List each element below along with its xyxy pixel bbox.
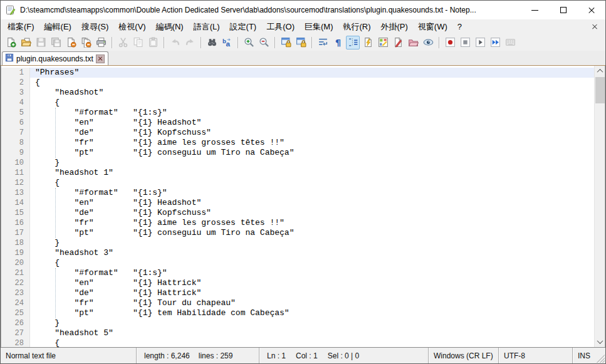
menu-item-search[interactable]: 搜尋(S) xyxy=(76,20,113,34)
toolbar-separator xyxy=(439,37,439,48)
code-text[interactable]: "Phrases" xyxy=(30,68,594,78)
folder-as-workspace-icon[interactable] xyxy=(406,36,420,49)
show-indent-guide-icon[interactable] xyxy=(346,36,360,49)
text-editor[interactable]: 1"Phrases"2{3 "headshot"4 {5 "#format" "… xyxy=(1,66,594,347)
code-text[interactable]: "pt" "{1} tem Habilidade com Cabeças" xyxy=(30,308,594,318)
code-text[interactable]: } xyxy=(30,158,594,168)
line-number: 10 xyxy=(1,158,30,168)
macro-record-icon[interactable] xyxy=(443,36,457,49)
line-number: 3 xyxy=(1,88,30,98)
tab-close-button[interactable] xyxy=(96,55,105,63)
toolbar-separator xyxy=(164,37,164,48)
menu-item-language[interactable]: 語言(L) xyxy=(189,20,225,34)
line-number: 18 xyxy=(1,238,30,248)
code-text[interactable]: "fr" "{1} Tour du chapeau" xyxy=(30,298,594,308)
document-map-icon[interactable] xyxy=(376,36,390,49)
code-text[interactable]: "headshot 3" xyxy=(30,248,594,258)
word-wrap-icon[interactable] xyxy=(316,36,330,49)
resize-grip-icon[interactable] xyxy=(595,353,605,363)
new-file-icon[interactable] xyxy=(4,36,18,49)
monitoring-icon[interactable] xyxy=(421,36,435,49)
code-line: 13 "#format" "{1:s}" xyxy=(1,188,594,198)
code-text[interactable]: "headshot 5" xyxy=(30,328,594,338)
code-text[interactable]: "#format" "{1:s}" xyxy=(30,268,594,278)
code-text[interactable]: { xyxy=(30,98,594,108)
menu-item-window[interactable]: 視窗(W) xyxy=(413,20,452,34)
code-text[interactable]: "headshot 1" xyxy=(30,168,594,178)
print-icon[interactable] xyxy=(94,36,108,49)
scrollbar-thumb[interactable] xyxy=(595,77,605,103)
scroll-up-button[interactable] xyxy=(595,66,605,76)
macro-stop-icon[interactable] xyxy=(458,36,472,49)
zoom-in-icon[interactable] xyxy=(242,36,256,49)
notepadpp-app-icon xyxy=(6,5,16,15)
code-text[interactable]: "pt" "{1} conseguiu um Tiro na Cabeça" xyxy=(30,148,594,158)
indent-guide xyxy=(55,108,56,158)
line-number: 11 xyxy=(1,168,30,178)
code-text[interactable]: { xyxy=(30,178,594,188)
show-all-characters-icon[interactable]: ¶ xyxy=(331,36,345,49)
menu-item-plugins[interactable]: 外掛(P) xyxy=(376,20,413,34)
status-encoding[interactable]: UTF-8 xyxy=(498,348,572,363)
minimize-button[interactable] xyxy=(521,1,549,19)
maximize-button[interactable] xyxy=(549,1,577,19)
zoom-out-icon[interactable] xyxy=(257,36,271,49)
tab-plugin-quakesounds[interactable]: plugin.quakesounds.txt xyxy=(2,51,108,65)
code-text[interactable]: { xyxy=(30,338,594,347)
menu-item-macro[interactable]: 巨集(M) xyxy=(300,20,338,34)
code-text[interactable]: "en" "{1} Headshot" xyxy=(30,118,594,128)
code-text[interactable]: { xyxy=(30,78,594,88)
code-text[interactable]: "de" "{1} Kopfschuss" xyxy=(30,208,594,218)
code-text[interactable]: "en" "{1} Headshot" xyxy=(30,198,594,208)
code-text[interactable]: "pt" "{1} conseguiu um Tiro na Cabeça" xyxy=(30,228,594,238)
code-line: 26 } xyxy=(1,318,594,328)
code-text[interactable]: "en" "{1} Hattrick" xyxy=(30,278,594,288)
document-close-button[interactable] xyxy=(590,23,599,31)
saved-file-icon xyxy=(5,53,14,65)
code-text[interactable]: "de" "{1} Hattrick" xyxy=(30,288,594,298)
code-text[interactable]: "#format" "{1:s}" xyxy=(30,108,594,118)
status-insert-mode[interactable]: INS xyxy=(572,348,595,363)
menu-item-encoding[interactable]: 編碼(N) xyxy=(151,20,189,34)
menu-item-view[interactable]: 檢視(V) xyxy=(113,20,150,34)
code-text[interactable]: "fr" "{1} aime les grosses têtes !!" xyxy=(30,138,594,148)
function-list-icon[interactable] xyxy=(361,36,375,49)
title-bar: D:\steamcmd\steamapps\common\Double Acti… xyxy=(1,1,605,19)
toolbar-separator xyxy=(201,37,201,48)
code-text[interactable]: "fr" "{1} aime les grosses têtes !!" xyxy=(30,218,594,228)
menu-item-run[interactable]: 執行(R) xyxy=(338,20,375,34)
menu-item-settings[interactable]: 設定(T) xyxy=(225,20,262,34)
code-text[interactable]: } xyxy=(30,318,594,328)
macro-play-icon[interactable] xyxy=(473,36,487,49)
line-number: 25 xyxy=(1,308,30,318)
code-line: 11 "headshot 1" xyxy=(1,168,594,178)
scroll-down-button[interactable] xyxy=(595,336,605,347)
close-button[interactable] xyxy=(577,1,605,19)
macro-run-multiple-icon[interactable] xyxy=(488,36,502,49)
code-line: 7 "de" "{1} Kopfschuss" xyxy=(1,128,594,138)
menu-item-tools[interactable]: 工具(O) xyxy=(261,20,300,34)
replace-icon[interactable]: ba xyxy=(220,36,234,49)
menu-item-file[interactable]: 檔案(F) xyxy=(3,20,39,34)
sync-horizontal-scroll-icon[interactable] xyxy=(294,36,308,49)
document-switcher-icon[interactable] xyxy=(391,36,405,49)
code-line: 6 "en" "{1} Headshot" xyxy=(1,118,594,128)
vertical-scrollbar[interactable] xyxy=(594,66,605,347)
find-icon[interactable] xyxy=(205,36,219,49)
code-text[interactable]: "de" "{1} Kopfschuss" xyxy=(30,128,594,138)
sync-vertical-scroll-icon[interactable] xyxy=(279,36,293,49)
menu-item-edit[interactable]: 編輯(E) xyxy=(39,20,76,34)
document-close-icon xyxy=(592,24,598,30)
code-text[interactable]: "#format" "{1:s}" xyxy=(30,188,594,198)
code-text[interactable]: } xyxy=(30,238,594,248)
code-text[interactable]: { xyxy=(30,258,594,268)
code-text[interactable]: "headshot" xyxy=(30,88,594,98)
status-eol-format[interactable]: Windows (CR LF) xyxy=(428,348,498,363)
macro-save-icon xyxy=(503,36,517,49)
menu-item-help[interactable]: ? xyxy=(452,21,467,33)
close-file-icon[interactable] xyxy=(64,36,78,49)
open-file-icon[interactable] xyxy=(19,36,33,49)
line-number: 12 xyxy=(1,178,30,188)
close-icon xyxy=(588,6,595,14)
close-all-files-icon[interactable] xyxy=(79,36,93,49)
